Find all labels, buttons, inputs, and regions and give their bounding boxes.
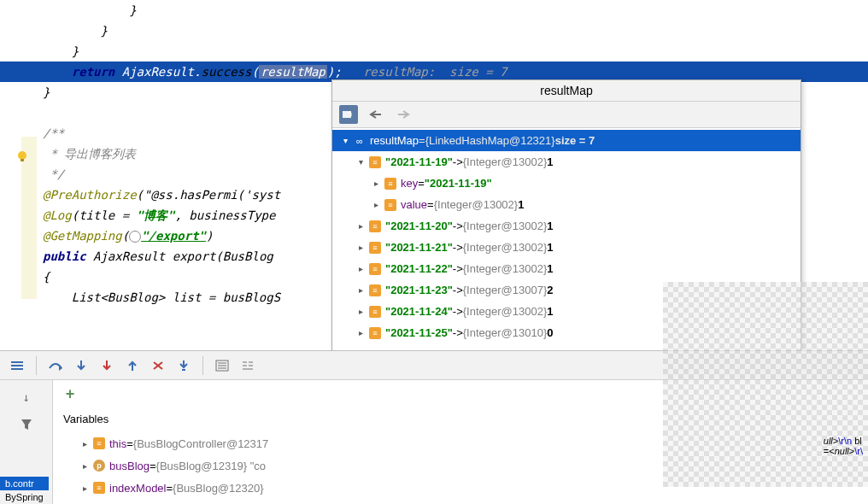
field-icon: ≡ [93,437,105,449]
drop-frame-icon[interactable] [148,355,168,376]
debugger-sidebar: ↓ b.contr BySpring [0,380,53,504]
code-line: } [0,41,868,62]
chevron-right-icon[interactable]: ▸ [355,328,367,337]
set-value-icon[interactable] [339,105,358,124]
chevron-right-icon[interactable]: ▸ [355,264,367,273]
step-out-icon[interactable] [122,355,143,376]
filter-icon[interactable] [16,414,37,435]
svg-rect-3 [182,369,185,371]
field-icon: ≡ [369,284,381,296]
down-arrow-icon[interactable]: ↓ [16,387,37,407]
run-to-cursor-icon[interactable] [173,355,194,376]
field-icon: ≡ [369,263,381,275]
variable-row[interactable]: ▸≡resultMap = {LinkedHashMap@1 [79,499,868,504]
chevron-right-icon[interactable]: ▸ [79,461,91,471]
field-icon: ≡ [384,178,396,190]
step-over-icon[interactable] [45,355,66,376]
chevron-right-icon[interactable]: ▸ [370,179,382,188]
param-icon: p [93,460,105,472]
side-text: ull>\r\n bl =<null>\r\ [824,436,863,456]
tree-subentry[interactable]: ▸≡key = "2021-11-19" [332,173,801,194]
tree-entry[interactable]: ▸≡"2021-11-21" -> {Integer@13002} 1 [332,237,801,258]
qr-watermark [663,282,868,487]
forward-icon[interactable] [394,105,413,124]
chevron-down-icon[interactable]: ▾ [355,157,367,167]
tree-entry[interactable]: ▸≡"2021-11-22" -> {Integer@13002} 1 [332,258,801,279]
back-icon[interactable] [367,105,385,124]
code-line: } [0,0,868,21]
stack-frame[interactable]: BySpring [0,490,49,504]
show-execution-icon[interactable] [7,355,27,376]
svg-point-0 [18,151,26,160]
code-line: } [0,21,868,41]
step-into-icon[interactable] [71,355,91,376]
chevron-right-icon[interactable]: ▸ [355,285,367,295]
tree-subentry[interactable]: ▸≡value = {Integer@13002} 1 [332,194,801,215]
tree-root[interactable]: ▾ ∞ resultMap = {LinkedHashMap@12321} si… [332,130,801,151]
chevron-right-icon[interactable]: ▸ [355,221,367,231]
chevron-right-icon[interactable]: ▸ [355,307,367,316]
field-icon: ≡ [369,306,381,318]
field-icon: ≡ [369,327,381,339]
add-watch-icon[interactable]: + [60,384,80,404]
globe-icon[interactable] [129,231,141,243]
tree-entry[interactable]: ▾≡"2021-11-19" -> {Integer@13002} 1 [332,151,801,173]
popup-title: resultMap [332,80,801,102]
field-icon: ≡ [93,482,105,494]
field-icon: ≡ [369,242,381,254]
object-icon: ∞ [354,135,366,147]
popup-toolbar [332,102,801,128]
chevron-right-icon[interactable]: ▸ [355,243,367,252]
trace-icon[interactable] [238,355,258,376]
intention-bulb-icon[interactable] [15,149,29,163]
chevron-down-icon[interactable]: ▾ [339,136,351,145]
tree-entry[interactable]: ▸≡"2021-11-20" -> {Integer@13002} 1 [332,215,801,237]
svg-rect-1 [21,159,24,161]
field-icon: ≡ [384,199,396,211]
chevron-right-icon[interactable]: ▸ [79,439,91,448]
field-icon: ≡ [369,220,381,232]
force-step-into-icon[interactable] [97,355,117,376]
field-icon: ≡ [369,156,381,168]
chevron-right-icon[interactable]: ▸ [79,483,91,493]
evaluate-icon[interactable] [212,355,232,376]
chevron-right-icon[interactable]: ▸ [370,200,382,209]
stack-frame[interactable]: b.contr [0,477,49,490]
svg-rect-2 [343,111,351,118]
